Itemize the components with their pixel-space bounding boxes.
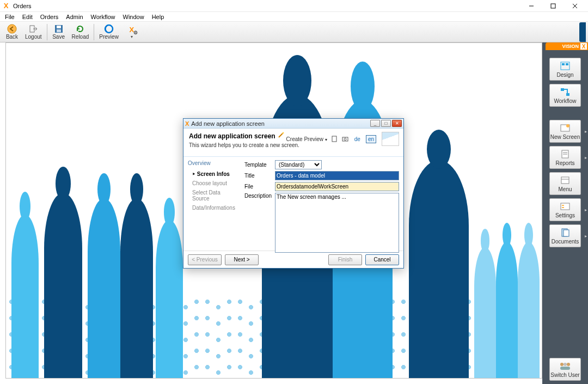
toolbar-separator [47, 24, 47, 40]
reports-icon [559, 149, 571, 160]
svg-rect-32 [332, 136, 336, 142]
maximize-button[interactable] [542, 0, 564, 12]
nav-select-data-source[interactable]: Select Data Source [188, 188, 236, 203]
lang-en-button[interactable]: en [366, 135, 376, 143]
description-textarea[interactable] [275, 193, 399, 253]
preview-button[interactable]: Preview [96, 22, 122, 42]
svg-point-29 [567, 363, 570, 366]
new-screen-icon [559, 123, 571, 133]
workflow-label: Workflow [554, 98, 577, 104]
preview-icon [104, 24, 114, 34]
documents-label: Documents [552, 239, 579, 245]
menu-orders[interactable]: Orders [36, 13, 63, 21]
cancel-button[interactable]: Cancel [365, 254, 399, 265]
svg-rect-30 [560, 367, 570, 370]
template-select[interactable]: (Standard) [275, 160, 322, 169]
settings-button[interactable]: Settings [549, 198, 581, 221]
svg-point-27 [560, 363, 564, 366]
save-icon [54, 24, 64, 34]
svg-point-4 [8, 25, 16, 33]
nav-choose-layout[interactable]: Choose layout [188, 179, 236, 188]
svg-rect-22 [561, 203, 569, 210]
logout-button[interactable]: Logout [22, 22, 45, 42]
back-icon [7, 24, 17, 34]
next-button[interactable]: Next > [225, 254, 259, 265]
x-tools-icon: X⚙ [127, 25, 137, 34]
close-button[interactable] [564, 0, 586, 12]
workflow-button[interactable]: Workflow [549, 84, 581, 107]
dialog-window-title: Add new application screen [191, 120, 265, 127]
file-input[interactable] [275, 182, 399, 191]
svg-point-9 [105, 25, 113, 33]
finish-button[interactable]: Finish [328, 254, 362, 265]
menu-window[interactable]: Window [119, 13, 148, 21]
title-input[interactable] [275, 171, 399, 180]
app-icon: X [2, 2, 10, 10]
file-label: File [244, 184, 275, 190]
dialog-footer: < Previous Next > Finish Cancel [183, 251, 403, 268]
reload-button[interactable]: Reload [69, 22, 93, 42]
reload-icon [75, 24, 85, 34]
wand-icon [278, 132, 284, 140]
svg-rect-26 [564, 230, 569, 236]
switch-user-button[interactable]: Switch User [549, 358, 581, 381]
menu-button[interactable]: Menu [549, 172, 581, 195]
nav-screen-infos[interactable]: Screen Infos [188, 169, 236, 179]
create-preview-dropdown[interactable]: Create Preview ▾ [286, 136, 327, 142]
reload-label: Reload [72, 34, 89, 40]
camera-icon[interactable] [341, 135, 349, 143]
svg-rect-20 [561, 177, 569, 184]
dialog-app-icon: X [185, 120, 189, 127]
dialog-titlebar[interactable]: X Add new application screen _ □ ✕ [183, 119, 403, 129]
new-screen-label: New Screen [550, 134, 580, 140]
svg-point-16 [566, 124, 569, 127]
documents-button[interactable]: Documents [549, 224, 581, 247]
description-label: Description [244, 193, 275, 199]
menu-help[interactable]: Help [148, 13, 168, 21]
switch-user-label: Switch User [550, 372, 579, 378]
dialog-heading-text: Add new application screen [189, 132, 275, 140]
new-screen-button[interactable]: New Screen [549, 120, 581, 143]
dialog-maximize-button[interactable]: □ [381, 120, 391, 127]
menu-workflow[interactable]: Workflow [87, 13, 119, 21]
menu-label: Menu [558, 186, 572, 192]
save-button[interactable]: Save [49, 22, 69, 42]
menu-icon [559, 175, 571, 186]
settings-label: Settings [555, 212, 575, 218]
design-button[interactable]: Design [549, 58, 581, 81]
menu-edit[interactable]: Edit [19, 13, 36, 21]
reports-button[interactable]: Reports [549, 146, 581, 169]
window-title: Orders [13, 3, 32, 9]
toolbar-edge [579, 22, 586, 42]
svg-rect-8 [57, 29, 61, 32]
dialog-form: Template (Standard) Title File Descripti… [240, 157, 403, 251]
menubar: File Edit Orders Admin Workflow Window H… [0, 12, 588, 22]
documents-icon [559, 227, 571, 238]
reports-label: Reports [555, 160, 574, 166]
menu-file[interactable]: File [1, 13, 19, 21]
dropdown-caret-icon: ▾ [131, 34, 133, 39]
titlebar: X Orders [0, 0, 588, 12]
nav-overview[interactable]: Overview [188, 160, 236, 166]
vision-x-icon[interactable]: X [580, 43, 587, 50]
vision-label: VISION [562, 44, 579, 49]
dialog-minimize-button[interactable]: _ [370, 120, 380, 127]
tools-dropdown[interactable]: X⚙ ▾ [122, 22, 142, 42]
clipboard-icon[interactable] [330, 135, 338, 143]
minimize-button[interactable] [520, 0, 542, 12]
dialog-close-button[interactable]: ✕ [392, 120, 402, 127]
logout-label: Logout [25, 34, 42, 40]
menu-admin[interactable]: Admin [62, 13, 87, 21]
chevron-down-icon: ▾ [325, 137, 327, 142]
previous-button[interactable]: < Previous [188, 254, 222, 265]
workflow-icon [559, 87, 571, 97]
preview-label: Preview [99, 34, 119, 40]
add-screen-dialog: X Add new application screen _ □ ✕ Add n… [183, 118, 404, 269]
lang-de-button[interactable]: de [352, 135, 363, 143]
vision-tab: VISION X [546, 42, 588, 50]
title-label: Title [244, 173, 275, 179]
switch-user-icon [559, 361, 571, 371]
nav-data-informations[interactable]: Data/Informations [188, 203, 236, 212]
svg-rect-7 [57, 26, 61, 28]
back-button[interactable]: Back [2, 22, 22, 42]
